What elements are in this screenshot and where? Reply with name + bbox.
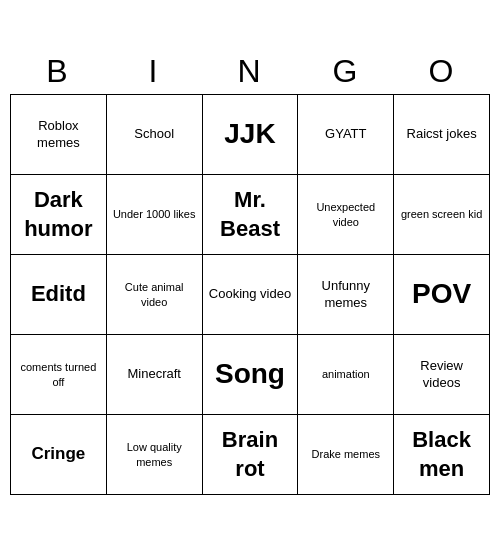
cell-0-0: Roblox memes	[11, 95, 107, 175]
cell-4-0: Cringe	[11, 415, 107, 495]
header-letter-G: G	[298, 49, 394, 94]
cell-3-1: Minecraft	[107, 335, 203, 415]
cell-0-4: Raicst jokes	[394, 95, 490, 175]
cell-4-3: Drake memes	[298, 415, 394, 495]
cell-1-1: Under 1000 likes	[107, 175, 203, 255]
cell-0-1: School	[107, 95, 203, 175]
cell-2-4: POV	[394, 255, 490, 335]
cell-3-3: animation	[298, 335, 394, 415]
header-letter-I: I	[106, 49, 202, 94]
cell-0-2: JJK	[203, 95, 299, 175]
cell-3-2: Song	[203, 335, 299, 415]
cell-1-0: Dark humor	[11, 175, 107, 255]
header-letter-N: N	[202, 49, 298, 94]
cell-2-1: Cute animal video	[107, 255, 203, 335]
cell-3-0: coments turned off	[11, 335, 107, 415]
cell-4-2: Brain rot	[203, 415, 299, 495]
cell-4-1: Low quality memes	[107, 415, 203, 495]
cell-1-4: green screen kid	[394, 175, 490, 255]
header-letter-B: B	[10, 49, 106, 94]
bingo-card: BINGO Roblox memesSchoolJJKGYATTRaicst j…	[10, 49, 490, 495]
cell-4-4: Black men	[394, 415, 490, 495]
bingo-header: BINGO	[10, 49, 490, 94]
bingo-grid: Roblox memesSchoolJJKGYATTRaicst jokesDa…	[10, 94, 490, 495]
cell-0-3: GYATT	[298, 95, 394, 175]
cell-3-4: Review videos	[394, 335, 490, 415]
cell-2-0: Editd	[11, 255, 107, 335]
cell-2-3: Unfunny memes	[298, 255, 394, 335]
cell-2-2: Cooking video	[203, 255, 299, 335]
cell-1-3: Unexpected video	[298, 175, 394, 255]
cell-1-2: Mr. Beast	[203, 175, 299, 255]
header-letter-O: O	[394, 49, 490, 94]
